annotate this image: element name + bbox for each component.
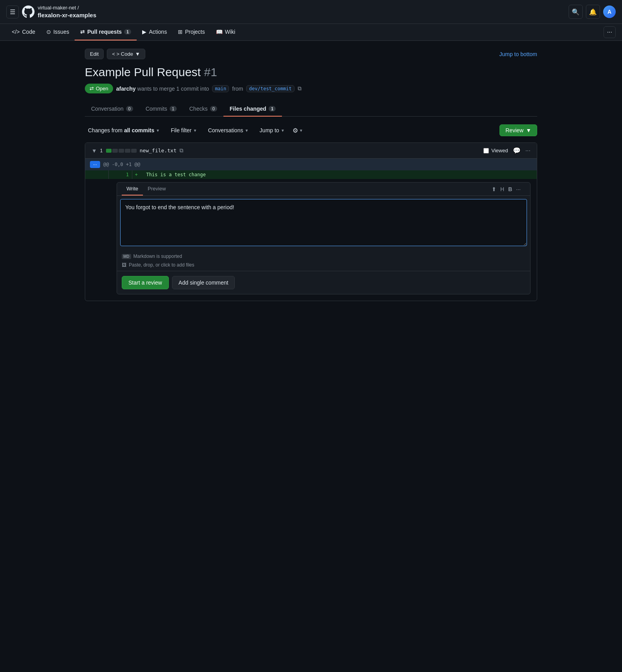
pr-meta-mid: wants to merge 1 commit into	[137, 86, 209, 92]
file-filter-label: File filter	[171, 127, 192, 133]
hunk-info: @@ -0,0 +1 @@	[103, 162, 140, 167]
changes-from-dropdown[interactable]: Changes from all commits ▼	[85, 125, 163, 135]
paste-note: 🖼 Paste, drop, or click to add files	[122, 262, 525, 268]
file-diff: ▼ 1 new_file.txt ⧉ Viewed 💬 ···	[85, 142, 537, 301]
jump-to-label: Jump to	[260, 127, 279, 133]
viewed-input[interactable]	[483, 148, 489, 153]
wiki-icon: 📖	[216, 29, 223, 35]
pr-title: Example Pull Request #1	[85, 66, 537, 79]
open-status-badge: ⇄ Open	[85, 84, 113, 93]
add-single-comment-button[interactable]: Add single comment	[172, 276, 235, 289]
base-branch-tag[interactable]: main	[212, 85, 229, 92]
repo-navigation: </> Code ⊙ Issues ⇄ Pull requests 1 ▶ Ac…	[0, 24, 622, 41]
top-navigation: ☰ virtual-maker-net / flexalon-xr-exampl…	[0, 0, 622, 24]
diff-line-num-new: 1	[109, 170, 132, 179]
code-button[interactable]: < > Code ▼	[107, 49, 145, 59]
inline-comment-row: Write Preview ⬆ H B ··· You forgot to en…	[85, 182, 537, 294]
file-diff-header: ▼ 1 new_file.txt ⧉ Viewed 💬 ···	[85, 143, 537, 159]
diff-hunk-header: ··· @@ -0,0 +1 @@	[85, 159, 537, 170]
viewed-checkbox[interactable]: Viewed	[483, 148, 508, 153]
conversations-arrow: ▼	[245, 128, 249, 133]
heading-icon[interactable]: H	[500, 186, 504, 192]
edit-button[interactable]: Edit	[85, 49, 104, 59]
avatar[interactable]: A	[603, 5, 616, 18]
diff-line-num-old	[85, 170, 109, 179]
actions-icon: ▶	[142, 29, 146, 35]
repo-nav-label-issues: Issues	[53, 29, 69, 35]
gear-icon: ⚙	[293, 127, 298, 134]
add-comment-icon-button[interactable]: 💬	[513, 147, 521, 154]
collapse-file-button[interactable]: ▼	[91, 148, 97, 154]
pr-author-name[interactable]: afarchy	[116, 86, 136, 92]
settings-gear-button[interactable]: ⚙ ▼	[293, 127, 303, 134]
tab-files-changed[interactable]: Files changed 1	[223, 102, 282, 117]
diff-segment-empty-2	[119, 149, 124, 153]
issues-icon: ⊙	[46, 29, 51, 35]
search-button[interactable]: 🔍	[569, 5, 583, 19]
pr-number: #1	[204, 66, 217, 79]
head-branch-tag[interactable]: dev/test_commit	[246, 85, 294, 92]
diff-segment-empty-4	[131, 149, 137, 153]
image-icon: 🖼	[122, 262, 126, 268]
comment-editor-tabs: Write Preview ⬆ H B ···	[117, 183, 530, 196]
jump-to-bottom-button[interactable]: Jump to bottom	[499, 51, 538, 57]
repo-name[interactable]: flexalon-xr-examples	[38, 11, 96, 19]
comment-tab-write[interactable]: Write	[122, 183, 143, 195]
hunk-expander-button[interactable]: ···	[90, 161, 100, 168]
repo-nav-item-code[interactable]: </> Code	[6, 24, 41, 40]
copy-branch-icon[interactable]: ⧉	[298, 85, 302, 92]
comment-textarea[interactable]: You forgot to end the sentence with a pe…	[120, 199, 527, 246]
changes-from-bold: all commits	[124, 127, 154, 133]
start-review-button[interactable]: Start a review	[122, 276, 169, 289]
comment-box: Write Preview ⬆ H B ··· You forgot to en…	[117, 182, 531, 294]
repo-nav-item-projects[interactable]: ⊞ Projects	[172, 24, 210, 40]
top-nav-left: ☰ virtual-maker-net / flexalon-xr-exampl…	[6, 5, 96, 19]
review-label: Review	[505, 127, 523, 133]
repo-nav-item-pull-requests[interactable]: ⇄ Pull requests 1	[75, 24, 137, 40]
diff-segment-added	[106, 149, 112, 153]
comment-tab-preview[interactable]: Preview	[143, 183, 170, 195]
conversations-label: Conversations	[208, 127, 243, 133]
code-icon: </>	[12, 29, 20, 35]
diff-line-added: 1 + This is a test change	[85, 170, 537, 179]
copy-file-path-icon[interactable]: ⧉	[179, 147, 183, 154]
repo-nav-label-wiki: Wiki	[225, 29, 235, 35]
hamburger-button[interactable]: ☰	[6, 5, 19, 18]
tab-commits[interactable]: Commits 1	[139, 102, 183, 117]
repo-nav-label-code: Code	[22, 29, 35, 35]
pr-meta-from: from	[232, 86, 243, 92]
diff-content: ··· @@ -0,0 +1 @@ 1 + This is a test cha…	[85, 159, 537, 301]
repo-nav-item-wiki[interactable]: 📖 Wiki	[210, 24, 241, 40]
file-more-options-button[interactable]: ···	[525, 147, 531, 154]
tab-conversation[interactable]: Conversation 0	[85, 102, 139, 117]
commits-tab-label: Commits	[146, 106, 167, 112]
tab-checks[interactable]: Checks 0	[183, 102, 223, 117]
github-logo-icon	[22, 5, 35, 18]
more-formatting-icon[interactable]: ···	[516, 186, 521, 192]
viewed-label: Viewed	[491, 148, 508, 153]
conversations-dropdown[interactable]: Conversations ▼	[205, 125, 252, 135]
repo-nav-item-issues[interactable]: ⊙ Issues	[41, 24, 75, 40]
paste-label: Paste, drop, or click to add files	[129, 262, 194, 268]
repo-nav-item-actions[interactable]: ▶ Actions	[137, 24, 172, 40]
file-count-badge: 1	[100, 148, 103, 153]
code-button-label: < > Code	[112, 51, 133, 57]
files-changed-tab-label: Files changed	[230, 106, 266, 112]
file-name[interactable]: new_file.txt	[140, 148, 177, 153]
checks-tab-label: Checks	[189, 106, 208, 112]
main-content: Edit < > Code ▼ Jump to bottom Example P…	[75, 41, 547, 315]
repo-nav-label-pull-requests: Pull requests	[87, 29, 122, 35]
review-button[interactable]: Review ▼	[499, 124, 537, 136]
repo-nav-more-button[interactable]: ···	[604, 26, 616, 38]
diff-bar	[106, 149, 137, 153]
jump-to-dropdown[interactable]: Jump to ▼	[256, 125, 288, 135]
pr-meta-author: afarchy wants to merge 1 commit into	[116, 86, 209, 92]
notifications-button[interactable]: 🔔	[586, 5, 600, 19]
diff-sign-added: +	[132, 170, 140, 179]
commits-tab-badge: 1	[170, 106, 177, 111]
bold-icon[interactable]: B	[508, 186, 512, 192]
diff-segment-empty-1	[112, 149, 118, 153]
file-filter-dropdown[interactable]: File filter ▼	[168, 125, 200, 135]
conversation-tab-label: Conversation	[91, 106, 124, 112]
upload-file-icon[interactable]: ⬆	[492, 186, 496, 192]
